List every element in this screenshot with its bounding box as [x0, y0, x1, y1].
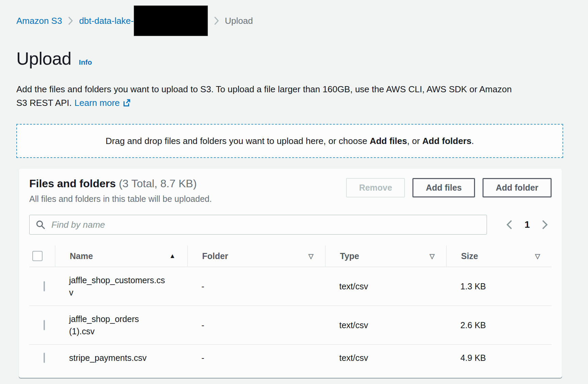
- cell-type: text/csv: [325, 273, 446, 299]
- row-checkbox[interactable]: [44, 320, 45, 330]
- column-header-folder[interactable]: Folder ▽: [187, 245, 325, 267]
- cell-size: 1.3 KB: [446, 273, 552, 299]
- add-files-button[interactable]: Add files: [412, 178, 475, 197]
- pagination: 1: [505, 218, 552, 231]
- table-row: stripe_payments.csv - text/csv 4.9 KB: [29, 344, 552, 371]
- cell-folder: -: [187, 312, 325, 338]
- breadcrumb-current: Upload: [225, 16, 253, 26]
- cell-folder: -: [187, 273, 325, 299]
- remove-button[interactable]: Remove: [346, 178, 405, 197]
- page-description: Add the files and folders you want to up…: [16, 82, 579, 110]
- chevron-right-icon: [68, 16, 73, 26]
- page-title: Upload: [16, 48, 71, 69]
- info-link[interactable]: Info: [79, 58, 92, 66]
- cell-type: text/csv: [325, 345, 446, 371]
- sort-ascending-icon: ▲: [169, 252, 176, 260]
- row-checkbox[interactable]: [44, 281, 45, 291]
- cell-type: text/csv: [325, 312, 446, 338]
- search-input[interactable]: [29, 215, 487, 235]
- previous-page-button[interactable]: [505, 218, 514, 231]
- breadcrumb-link-s3[interactable]: Amazon S3: [16, 16, 62, 26]
- panel-title: Files and folders (3 Total, 8.7 KB): [29, 177, 212, 190]
- description-line2: S3 REST API.: [16, 98, 72, 108]
- next-page-button[interactable]: [540, 218, 550, 231]
- files-table: Name ▲ Folder ▽ Type ▽ Size ▽ jaffl: [29, 245, 552, 371]
- chevron-right-icon: [214, 16, 219, 26]
- column-header-name[interactable]: Name ▲: [55, 245, 187, 267]
- dropzone[interactable]: Drag and drop files and folders you want…: [16, 124, 563, 158]
- cell-name: jaffle_shop_customers.csv: [55, 267, 187, 305]
- cell-size: 2.6 KB: [446, 312, 552, 338]
- panel-count-summary: (3 Total, 8.7 KB): [119, 177, 197, 190]
- table-row: jaffle_shop_customers.csv - text/csv 1.3…: [29, 267, 552, 305]
- cell-size: 4.9 KB: [446, 345, 552, 371]
- cell-name: jaffle_shop_orders (1).csv: [55, 306, 187, 344]
- redacted-bucket-name: [134, 5, 208, 36]
- table-row: jaffle_shop_orders (1).csv - text/csv 2.…: [29, 305, 552, 344]
- sort-none-icon: ▽: [429, 252, 435, 260]
- page-number[interactable]: 1: [524, 219, 530, 230]
- add-folder-button[interactable]: Add folder: [483, 178, 552, 197]
- learn-more-link[interactable]: Learn more: [75, 98, 131, 108]
- breadcrumb: Amazon S3 dbt-data-lake- Upload: [16, 5, 579, 37]
- row-checkbox[interactable]: [44, 353, 45, 363]
- column-header-type[interactable]: Type ▽: [325, 245, 446, 267]
- select-all-checkbox[interactable]: [32, 251, 43, 261]
- column-header-size[interactable]: Size ▽: [446, 245, 552, 267]
- cell-folder: -: [187, 345, 325, 371]
- search-icon: [35, 220, 46, 231]
- sort-none-icon: ▽: [308, 252, 313, 260]
- dropzone-text: Drag and drop files and folders you want…: [105, 136, 474, 146]
- description-line1: Add the files and folders you want to up…: [16, 84, 512, 94]
- panel-subtitle: All files and folders in this table will…: [29, 194, 212, 204]
- select-all-cell: [29, 245, 55, 267]
- breadcrumb-link-bucket[interactable]: dbt-data-lake-: [79, 16, 133, 26]
- files-panel: Files and folders (3 Total, 8.7 KB) All …: [19, 168, 562, 378]
- chevron-right-icon: [541, 219, 548, 230]
- sort-none-icon: ▽: [535, 252, 540, 260]
- chevron-left-icon: [506, 219, 513, 230]
- external-link-icon: [122, 99, 131, 107]
- cell-name: stripe_payments.csv: [55, 345, 187, 371]
